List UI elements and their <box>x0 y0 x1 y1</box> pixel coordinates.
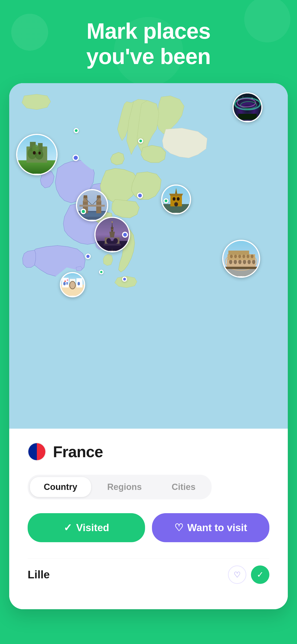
map-dot-scandinavia[interactable] <box>138 138 143 144</box>
svg-point-60 <box>234 260 237 264</box>
city-lille-actions: ♡ ✓ <box>228 566 269 584</box>
castle-image <box>17 135 56 174</box>
svg-point-63 <box>248 260 251 264</box>
svg-point-59 <box>229 260 232 264</box>
map-dot-spain-coast[interactable] <box>99 270 104 274</box>
map-dot-iceland[interactable] <box>74 128 79 133</box>
svg-marker-37 <box>109 232 115 238</box>
map-pin-aurora[interactable] <box>232 92 262 122</box>
city-name-lille: Lille <box>28 568 50 581</box>
svg-point-8 <box>243 96 243 97</box>
colosseum-image <box>223 241 259 277</box>
check-icon: ✓ <box>257 570 264 580</box>
map-section[interactable] <box>9 83 288 429</box>
svg-rect-52 <box>177 197 180 200</box>
svg-rect-27 <box>96 200 101 213</box>
tab-navigation: Country Regions Cities <box>28 475 212 499</box>
svg-point-7 <box>238 99 239 100</box>
svg-point-9 <box>252 98 252 98</box>
map-dot-italy[interactable] <box>122 232 128 238</box>
map-dot-germany[interactable] <box>137 192 143 198</box>
svg-point-84 <box>67 280 68 281</box>
action-buttons: ✓ Visited ♡ Want to visit <box>28 513 269 542</box>
svg-rect-42 <box>104 244 121 246</box>
heart-outline-icon: ♡ <box>234 570 240 579</box>
svg-rect-80 <box>66 282 68 285</box>
svg-point-41 <box>113 238 118 244</box>
svg-point-67 <box>234 254 237 258</box>
svg-point-61 <box>238 260 242 264</box>
city-visited-button-lille[interactable]: ✓ <box>251 566 269 584</box>
tab-regions[interactable]: Regions <box>94 477 156 497</box>
city-row-lille: Lille ♡ ✓ <box>28 558 269 591</box>
svg-point-66 <box>230 254 233 258</box>
main-card: France Country Regions Cities ✓ Visited … <box>9 83 288 609</box>
aurora-image <box>234 94 261 121</box>
tab-cities[interactable]: Cities <box>158 477 209 497</box>
map-pin-castle[interactable] <box>16 134 58 175</box>
svg-point-64 <box>252 260 255 264</box>
heart-icon: ♡ <box>174 522 183 533</box>
checkmark-icon: ✓ <box>64 522 72 533</box>
svg-rect-53 <box>174 202 178 206</box>
svg-point-44 <box>112 229 112 230</box>
country-name: France <box>53 443 103 461</box>
svg-point-68 <box>238 254 241 258</box>
svg-point-83 <box>64 280 66 282</box>
svg-rect-73 <box>223 267 259 269</box>
page-wrapper: Mark places you've been <box>0 0 297 632</box>
map-pin-london[interactable] <box>76 189 108 221</box>
svg-rect-72 <box>228 250 249 255</box>
svg-point-69 <box>242 254 245 258</box>
tab-country[interactable]: Country <box>30 477 91 497</box>
svg-rect-26 <box>84 195 87 198</box>
map-dot-portugal[interactable] <box>122 277 127 282</box>
france-flag <box>28 442 46 461</box>
london-image <box>77 190 107 220</box>
info-panel: France Country Regions Cities ✓ Visited … <box>9 429 288 609</box>
country-header: France <box>28 442 269 461</box>
svg-point-71 <box>251 254 254 258</box>
svg-point-70 <box>246 254 249 258</box>
want-to-visit-button[interactable]: ♡ Want to visit <box>152 513 269 542</box>
hero-title: Mark places you've been <box>86 18 211 69</box>
want-label: Want to visit <box>188 522 247 534</box>
svg-rect-29 <box>97 195 100 198</box>
visited-button[interactable]: ✓ Visited <box>28 513 145 542</box>
svg-point-86 <box>70 282 75 288</box>
spain-image <box>61 273 84 296</box>
map-pin-colosseum[interactable] <box>222 240 260 278</box>
map-dot-scotland[interactable] <box>72 154 79 161</box>
city-want-button-lille[interactable]: ♡ <box>228 566 246 584</box>
map-dot-eastern[interactable] <box>164 198 168 204</box>
svg-point-10 <box>256 100 257 101</box>
svg-rect-20 <box>38 152 41 154</box>
svg-point-40 <box>106 238 111 244</box>
svg-rect-32 <box>80 205 105 206</box>
svg-point-62 <box>243 260 246 264</box>
flag-red <box>37 443 45 460</box>
svg-rect-6 <box>238 114 257 120</box>
flag-blue <box>28 443 37 460</box>
map-dot-france-north[interactable] <box>80 209 86 214</box>
svg-rect-82 <box>78 282 80 286</box>
map-dot-spain-east[interactable] <box>85 254 91 259</box>
svg-rect-19 <box>33 151 36 154</box>
svg-point-43 <box>112 222 112 222</box>
svg-rect-51 <box>173 197 176 200</box>
svg-marker-50 <box>169 194 183 196</box>
visited-label: Visited <box>76 522 109 534</box>
map-pin-spain[interactable] <box>60 272 85 297</box>
svg-rect-79 <box>63 282 66 286</box>
